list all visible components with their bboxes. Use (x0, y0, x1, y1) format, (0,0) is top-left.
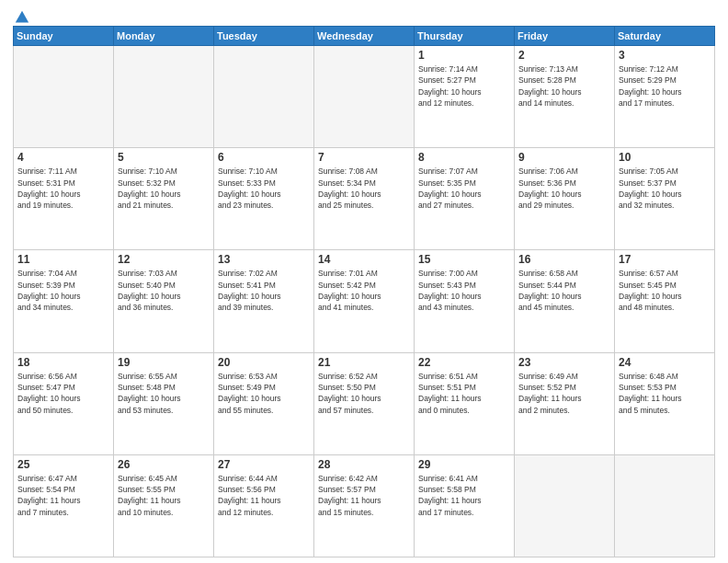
table-row (515, 454, 615, 557)
table-row: 29Sunrise: 6:41 AM Sunset: 5:58 PM Dayli… (415, 454, 515, 557)
table-row: 24Sunrise: 6:48 AM Sunset: 5:53 PM Dayli… (615, 352, 715, 454)
day-info: Sunrise: 6:44 AM Sunset: 5:56 PM Dayligh… (218, 473, 310, 518)
day-number: 23 (518, 356, 610, 369)
table-row: 17Sunrise: 6:57 AM Sunset: 5:45 PM Dayli… (615, 250, 715, 352)
day-number: 15 (418, 253, 510, 266)
calendar-header-row: Sunday Monday Tuesday Wednesday Thursday… (14, 27, 715, 46)
day-info: Sunrise: 6:47 AM Sunset: 5:54 PM Dayligh… (17, 473, 109, 518)
table-row: 4Sunrise: 7:11 AM Sunset: 5:31 PM Daylig… (14, 148, 114, 250)
day-number: 11 (17, 253, 109, 266)
day-number: 7 (318, 151, 410, 164)
logo-icon (14, 9, 30, 26)
day-number: 25 (17, 458, 109, 471)
table-row (615, 454, 715, 557)
day-number: 26 (118, 458, 210, 471)
day-number: 18 (17, 356, 109, 369)
day-info: Sunrise: 7:03 AM Sunset: 5:40 PM Dayligh… (118, 268, 210, 313)
day-info: Sunrise: 7:14 AM Sunset: 5:27 PM Dayligh… (418, 63, 510, 109)
day-number: 22 (418, 356, 510, 369)
day-info: Sunrise: 6:42 AM Sunset: 5:57 PM Dayligh… (318, 473, 410, 518)
day-number: 5 (118, 151, 210, 164)
table-row: 26Sunrise: 6:45 AM Sunset: 5:55 PM Dayli… (114, 454, 214, 557)
table-row: 21Sunrise: 6:52 AM Sunset: 5:50 PM Dayli… (314, 352, 415, 454)
calendar-table: Sunday Monday Tuesday Wednesday Thursday… (13, 26, 715, 557)
table-row (214, 46, 314, 148)
day-number: 3 (619, 49, 711, 62)
table-row: 8Sunrise: 7:07 AM Sunset: 5:35 PM Daylig… (415, 148, 515, 250)
day-number: 13 (218, 253, 310, 266)
table-row: 10Sunrise: 7:05 AM Sunset: 5:37 PM Dayli… (615, 148, 715, 250)
day-info: Sunrise: 6:58 AM Sunset: 5:44 PM Dayligh… (518, 268, 610, 313)
table-row: 16Sunrise: 6:58 AM Sunset: 5:44 PM Dayli… (515, 250, 615, 352)
table-row: 11Sunrise: 7:04 AM Sunset: 5:39 PM Dayli… (14, 250, 114, 352)
table-row: 19Sunrise: 6:55 AM Sunset: 5:48 PM Dayli… (114, 352, 214, 454)
day-info: Sunrise: 7:12 AM Sunset: 5:29 PM Dayligh… (619, 63, 711, 109)
col-tuesday: Tuesday (214, 27, 314, 46)
day-number: 27 (218, 458, 310, 471)
header (13, 9, 715, 22)
calendar-week-row: 18Sunrise: 6:56 AM Sunset: 5:47 PM Dayli… (14, 352, 715, 454)
day-info: Sunrise: 6:53 AM Sunset: 5:49 PM Dayligh… (218, 371, 310, 416)
table-row: 12Sunrise: 7:03 AM Sunset: 5:40 PM Dayli… (114, 250, 214, 352)
day-number: 2 (518, 49, 610, 62)
col-monday: Monday (114, 27, 214, 46)
day-info: Sunrise: 6:41 AM Sunset: 5:58 PM Dayligh… (418, 473, 510, 518)
table-row: 1Sunrise: 7:14 AM Sunset: 5:27 PM Daylig… (415, 46, 515, 148)
table-row: 5Sunrise: 7:10 AM Sunset: 5:32 PM Daylig… (114, 148, 214, 250)
day-number: 12 (118, 253, 210, 266)
day-info: Sunrise: 7:11 AM Sunset: 5:31 PM Dayligh… (17, 166, 109, 211)
day-number: 17 (619, 253, 711, 266)
table-row: 20Sunrise: 6:53 AM Sunset: 5:49 PM Dayli… (214, 352, 314, 454)
table-row: 15Sunrise: 7:00 AM Sunset: 5:43 PM Dayli… (415, 250, 515, 352)
day-number: 28 (318, 458, 410, 471)
day-number: 10 (619, 151, 711, 164)
page: Sunday Monday Tuesday Wednesday Thursday… (0, 0, 728, 563)
col-wednesday: Wednesday (314, 27, 415, 46)
day-info: Sunrise: 7:10 AM Sunset: 5:33 PM Dayligh… (218, 166, 310, 211)
calendar-week-row: 25Sunrise: 6:47 AM Sunset: 5:54 PM Dayli… (14, 454, 715, 557)
col-thursday: Thursday (415, 27, 515, 46)
table-row: 6Sunrise: 7:10 AM Sunset: 5:33 PM Daylig… (214, 148, 314, 250)
day-info: Sunrise: 6:49 AM Sunset: 5:52 PM Dayligh… (518, 371, 610, 416)
day-info: Sunrise: 7:07 AM Sunset: 5:35 PM Dayligh… (418, 166, 510, 211)
day-number: 24 (619, 356, 711, 369)
table-row: 23Sunrise: 6:49 AM Sunset: 5:52 PM Dayli… (515, 352, 615, 454)
day-number: 29 (418, 458, 510, 471)
svg-marker-0 (16, 11, 28, 23)
col-sunday: Sunday (14, 27, 114, 46)
calendar-week-row: 1Sunrise: 7:14 AM Sunset: 5:27 PM Daylig… (14, 46, 715, 148)
col-friday: Friday (515, 27, 615, 46)
day-number: 6 (218, 151, 310, 164)
table-row: 9Sunrise: 7:06 AM Sunset: 5:36 PM Daylig… (515, 148, 615, 250)
logo (13, 9, 31, 22)
day-number: 21 (318, 356, 410, 369)
day-info: Sunrise: 7:05 AM Sunset: 5:37 PM Dayligh… (619, 166, 711, 211)
table-row (114, 46, 214, 148)
calendar-week-row: 4Sunrise: 7:11 AM Sunset: 5:31 PM Daylig… (14, 148, 715, 250)
day-info: Sunrise: 7:13 AM Sunset: 5:28 PM Dayligh… (518, 63, 610, 109)
table-row: 25Sunrise: 6:47 AM Sunset: 5:54 PM Dayli… (14, 454, 114, 557)
day-number: 1 (418, 49, 510, 62)
day-info: Sunrise: 6:55 AM Sunset: 5:48 PM Dayligh… (118, 371, 210, 416)
day-number: 4 (17, 151, 109, 164)
col-saturday: Saturday (615, 27, 715, 46)
day-info: Sunrise: 6:51 AM Sunset: 5:51 PM Dayligh… (418, 371, 510, 416)
table-row: 14Sunrise: 7:01 AM Sunset: 5:42 PM Dayli… (314, 250, 415, 352)
day-number: 9 (518, 151, 610, 164)
day-info: Sunrise: 6:45 AM Sunset: 5:55 PM Dayligh… (118, 473, 210, 518)
table-row (14, 46, 114, 148)
day-number: 14 (318, 253, 410, 266)
table-row: 13Sunrise: 7:02 AM Sunset: 5:41 PM Dayli… (214, 250, 314, 352)
table-row: 28Sunrise: 6:42 AM Sunset: 5:57 PM Dayli… (314, 454, 415, 557)
day-info: Sunrise: 7:01 AM Sunset: 5:42 PM Dayligh… (318, 268, 410, 313)
calendar-week-row: 11Sunrise: 7:04 AM Sunset: 5:39 PM Dayli… (14, 250, 715, 352)
day-number: 20 (218, 356, 310, 369)
day-info: Sunrise: 6:56 AM Sunset: 5:47 PM Dayligh… (17, 371, 109, 416)
table-row: 2Sunrise: 7:13 AM Sunset: 5:28 PM Daylig… (515, 46, 615, 148)
day-info: Sunrise: 7:02 AM Sunset: 5:41 PM Dayligh… (218, 268, 310, 313)
day-number: 19 (118, 356, 210, 369)
day-info: Sunrise: 7:06 AM Sunset: 5:36 PM Dayligh… (518, 166, 610, 211)
day-number: 8 (418, 151, 510, 164)
table-row: 18Sunrise: 6:56 AM Sunset: 5:47 PM Dayli… (14, 352, 114, 454)
table-row: 7Sunrise: 7:08 AM Sunset: 5:34 PM Daylig… (314, 148, 415, 250)
